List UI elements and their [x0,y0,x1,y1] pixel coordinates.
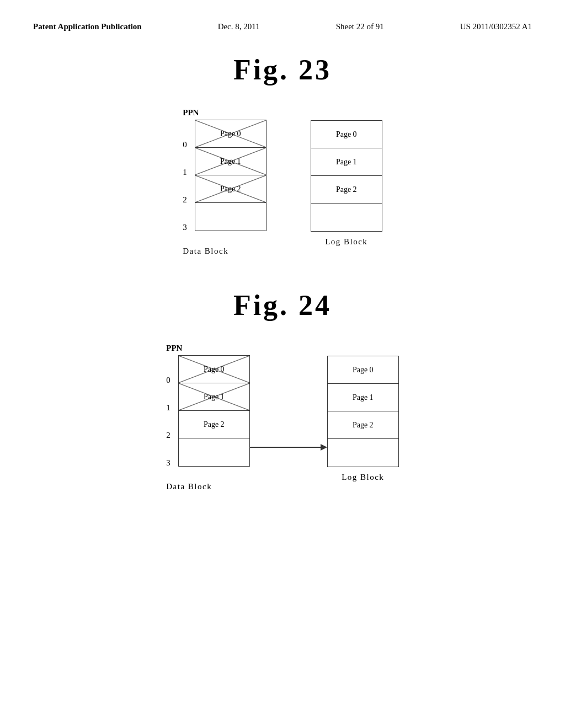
fig23-log-label: Log Block [325,237,367,247]
fig23-data-block-wrapper: PPN 0 1 2 3 Page 0 [183,108,266,256]
fig24-data-cell-1: Page 1 [179,383,249,411]
fig24-row-label-3: 3 [166,449,174,477]
fig24-log-cell-2-text: Page 2 [353,421,374,430]
fig23-log-cell-1-text: Page 1 [336,158,357,167]
fig23-row-labels: 0 1 2 3 [183,131,190,241]
fig23-row-label-3: 3 [183,213,190,241]
fig23-data-grid: Page 0 Page 1 [195,120,266,231]
fig23-data-cell-1: Page 1 [195,148,266,175]
fig24-data-cell-0-text: Page 0 [204,365,225,374]
fig23-log-cell-0-text: Page 0 [336,130,357,139]
fig23-data-label: Data Block [183,247,228,256]
fig23-data-cell-1-text: Page 1 [220,157,241,166]
fig24-section: Fig. 24 PPN 0 1 2 3 [0,289,565,491]
fig24-row-label-0: 0 [166,366,174,394]
fig24-data-block-wrapper: PPN 0 1 2 3 Page 0 [166,344,250,491]
fig23-log-cell-3 [311,204,382,231]
fig23-row-label-0: 0 [183,131,190,158]
publication-title: Patent Application Publication [33,22,142,31]
fig23-data-cell-2-text: Page 2 [220,185,241,194]
fig23-data-cell-0: Page 0 [195,120,266,148]
fig24-log-cell-0: Page 0 [328,356,398,384]
fig24-log-grid: Page 0 Page 1 Page 2 [327,356,399,467]
fig23-row-label-1: 1 [183,158,190,186]
fig24-ppn: PPN [166,344,182,353]
fig23-ppn: PPN [183,108,199,117]
fig24-log-cell-0-text: Page 0 [353,366,374,374]
fig24-data-cell-1-text: Page 1 [204,393,225,402]
fig24-log-cell-1: Page 1 [328,384,398,411]
fig24-log-cell-1-text: Page 1 [353,393,374,402]
fig24-log-label: Log Block [342,473,384,482]
fig24-row-label-1: 1 [166,394,174,421]
fig23-title: Fig. 23 [0,53,565,86]
fig24-data-cell-3 [179,438,249,466]
fig24-log-cell-3 [328,439,398,467]
fig23-section: Fig. 23 PPN 0 1 2 3 [0,53,565,256]
fig23-log-cell-2-text: Page 2 [336,185,357,194]
fig24-data-cell-0: Page 0 [179,356,249,383]
fig24-log-block-wrapper: Page 0 Page 1 Page 2 Log Block [327,356,399,482]
fig23-log-grid: Page 0 Page 1 Page 2 [311,120,382,232]
fig23-data-cell-0-text: Page 0 [220,130,241,138]
publication-date: Dec. 8, 2011 [218,22,260,31]
fig23-data-cell-3 [195,203,266,231]
fig23-data-cell-2: Page 2 [195,175,266,203]
fig24-title: Fig. 24 [0,289,565,322]
fig24-row-labels: 0 1 2 3 [166,366,174,477]
fig24-arrow [250,425,327,453]
fig23-log-cell-0: Page 0 [311,121,382,148]
fig23-log-block-wrapper: Page 0 Page 1 Page 2 Log Block [311,120,382,247]
fig24-data-cell-2-text: Page 2 [204,420,225,429]
patent-number: US 2011/0302352 A1 [460,22,532,31]
fig23-log-cell-1: Page 1 [311,148,382,176]
page-header: Patent Application Publication Dec. 8, 2… [0,0,565,42]
fig24-row-label-2: 2 [166,421,174,449]
fig23-log-cell-2: Page 2 [311,176,382,204]
sheet-info: Sheet 22 of 91 [336,22,384,31]
fig24-data-cell-2: Page 2 [179,411,249,438]
fig23-row-label-2: 2 [183,186,190,213]
fig24-data-label: Data Block [166,482,212,491]
fig24-data-grid: Page 0 Page 1 Page 2 [178,355,250,467]
fig24-log-cell-2: Page 2 [328,411,398,439]
svg-marker-11 [321,444,327,451]
